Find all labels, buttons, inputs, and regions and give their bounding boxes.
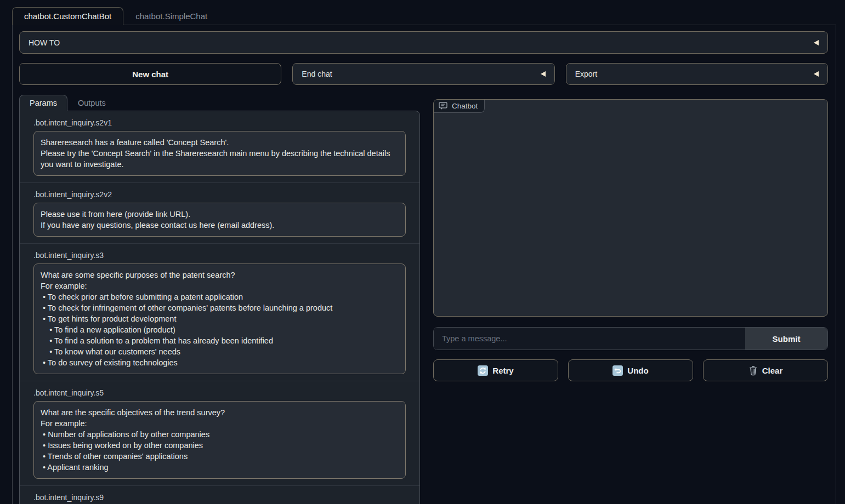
end-chat-accordion[interactable]: End chat [292, 63, 554, 85]
howto-label: HOW TO [29, 38, 60, 47]
top-tabbar: chatbot.CustomChatBot chatbot.SimpleChat [0, 0, 845, 25]
end-chat-label: End chat [302, 70, 332, 78]
export-accordion[interactable]: Export [566, 63, 828, 85]
clear-icon [748, 365, 758, 376]
message-input-row: Submit [433, 327, 828, 350]
param-field: .bot.intent_inquiry.s2v2 Please use it f… [20, 182, 419, 243]
param-label: .bot.intent_inquiry.s3 [33, 251, 406, 260]
tab-simple-chat[interactable]: chatbot.SimpleChat [123, 7, 219, 25]
main-area: Params Outputs .bot.intent_inquiry.s2v1 … [19, 95, 828, 504]
param-label: .bot.intent_inquiry.s2v2 [33, 190, 406, 199]
params-column: Params Outputs .bot.intent_inquiry.s2v1 … [19, 95, 420, 504]
param-label: .bot.intent_inquiry.s2v1 [33, 118, 406, 127]
chatbot-label-text: Chatbot [452, 102, 478, 110]
collapse-arrow-icon [814, 71, 819, 77]
clear-button[interactable]: Clear [703, 359, 828, 381]
clear-label: Clear [762, 366, 783, 375]
param-textbox[interactable]: What are the specific objectives of the … [33, 401, 406, 479]
retry-button[interactable]: Retry [433, 359, 558, 381]
params-tabbar: Params Outputs [19, 95, 420, 111]
tab-outputs[interactable]: Outputs [67, 95, 116, 111]
param-label: .bot.intent_inquiry.s5 [33, 388, 406, 397]
undo-button[interactable]: Undo [568, 359, 693, 381]
retry-label: Retry [492, 366, 513, 375]
param-field: .bot.intent_inquiry.s5 What are the spec… [20, 381, 419, 485]
chat-button-row: Retry Undo [433, 359, 828, 381]
retry-icon [478, 365, 488, 376]
submit-button[interactable]: Submit [745, 328, 827, 350]
chat-bubble-icon [439, 102, 448, 110]
collapse-arrow-icon [814, 40, 819, 45]
chatbot-panel: Chatbot [433, 99, 828, 317]
collapse-arrow-icon [541, 71, 546, 77]
action-row: New chat End chat Export [19, 63, 828, 85]
undo-label: Undo [627, 366, 648, 375]
params-group: .bot.intent_inquiry.s2v1 Shareresearch h… [19, 111, 420, 504]
tab-content: HOW TO New chat End chat Export Params O… [12, 25, 836, 504]
tab-params[interactable]: Params [19, 95, 67, 111]
chat-column: Chatbot Submit [433, 95, 828, 504]
param-textbox[interactable]: Shareresearch has a feature called 'Conc… [33, 131, 406, 176]
howto-accordion[interactable]: HOW TO [19, 31, 828, 54]
param-textbox[interactable]: Please use it from here (provide link UR… [33, 203, 406, 237]
param-textbox[interactable]: What are some specific purposes of the p… [33, 264, 406, 374]
undo-icon [613, 365, 623, 376]
param-field: .bot.intent_inquiry.s9 [20, 485, 419, 504]
param-field: .bot.intent_inquiry.s3 What are some spe… [20, 243, 419, 381]
param-field: .bot.intent_inquiry.s2v1 Shareresearch h… [20, 111, 419, 182]
export-label: Export [575, 70, 597, 78]
message-input[interactable] [434, 328, 745, 350]
param-label: .bot.intent_inquiry.s9 [33, 493, 406, 502]
chatbot-label-badge: Chatbot [434, 100, 485, 113]
tab-custom-chatbot[interactable]: chatbot.CustomChatBot [12, 7, 123, 25]
new-chat-button[interactable]: New chat [19, 63, 281, 85]
app-window: chatbot.CustomChatBot chatbot.SimpleChat… [0, 0, 845, 504]
